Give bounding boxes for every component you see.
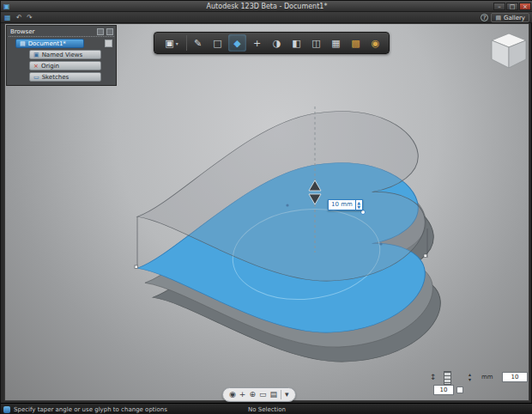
pan-icon[interactable]: + <box>239 388 246 401</box>
tree-item-document[interactable]: ▤ Document1* <box>15 39 84 48</box>
materials-tool-button[interactable]: ▩ <box>347 34 365 52</box>
taper-input[interactable]: 10 <box>433 385 454 395</box>
origin-icon: × <box>33 63 39 70</box>
value-stepper[interactable]: ▴ ▾ <box>469 372 471 382</box>
app-menu-icon[interactable]: ▦ <box>4 14 11 21</box>
browser-title: Browser <box>10 28 34 35</box>
undo-icon[interactable]: ↶ <box>16 14 22 21</box>
move-tool-button[interactable]: + <box>248 34 266 52</box>
spinner-down-icon[interactable]: ▼ <box>357 205 360 210</box>
combine-tool-button[interactable]: ◫ <box>307 34 325 52</box>
main-toolbar: ▣ ▾ ✎ □ ◆ + ◑ ◧ ◫ ▦ ▩ ◉ <box>154 32 390 54</box>
tree-row-named-views: ▣ Named Views <box>9 50 114 59</box>
named-views-label: Named Views <box>42 52 83 58</box>
primitives-icon: ▣ <box>165 38 173 49</box>
minimize-button[interactable]: – <box>493 3 505 10</box>
origin-label: Origin <box>41 63 59 70</box>
look-at-icon[interactable]: ▭ <box>259 388 267 401</box>
toolbar-separator <box>186 35 187 51</box>
sketch-tool-button[interactable]: ✎ <box>189 34 207 52</box>
sketches-icon: ▭ <box>33 74 39 81</box>
maximize-button[interactable]: □ <box>506 3 518 10</box>
title-bar: ▣ Autodesk 123D Beta - Document1* – □ × <box>1 1 532 12</box>
distance-input[interactable]: 10 <box>502 372 528 382</box>
fillet-tool-button[interactable]: ◧ <box>287 34 305 52</box>
sketches-label: Sketches <box>42 74 70 81</box>
tree-row-document: ▤ Document1* <box>9 39 114 48</box>
pattern-tool-button[interactable]: ▦ <box>327 34 345 52</box>
view-cube[interactable] <box>485 28 532 76</box>
tree-row-options-button[interactable] <box>105 40 112 47</box>
tree-row-sketches: ▭ Sketches <box>9 72 114 82</box>
help-icon[interactable]: ? <box>481 14 488 21</box>
zoom-icon[interactable]: ⊕ <box>249 388 256 401</box>
document-label: Document1* <box>28 40 66 47</box>
selection-status: No Selection <box>1 406 532 413</box>
tree-item-named-views[interactable]: ▣ Named Views <box>29 50 101 59</box>
gallery-icon: ▤ <box>495 15 501 21</box>
browser-panel: Browser ▤ Document1* ▣ Named Views × Ori… <box>6 25 117 86</box>
close-button[interactable]: × <box>519 3 531 10</box>
tree-item-sketches[interactable]: ▭ Sketches <box>29 72 101 82</box>
dimension-value[interactable]: 10 mm <box>329 200 355 210</box>
panel-dock-button[interactable] <box>97 28 104 35</box>
distance-ruler-icon[interactable] <box>444 371 451 385</box>
gallery-label: Gallery <box>504 15 525 21</box>
app-window: ▣ Autodesk 123D Beta - Document1* – □ × … <box>0 0 532 414</box>
dimension-spinner[interactable]: ▲ ▼ <box>355 200 362 210</box>
gallery-button[interactable]: ▤ Gallery <box>491 13 529 22</box>
vertex-marker[interactable] <box>135 265 138 269</box>
scene-tool-button[interactable]: ◉ <box>366 34 384 52</box>
stepper-down-icon[interactable]: ▾ <box>469 377 471 382</box>
revolve-tool-button[interactable]: ◑ <box>268 34 286 52</box>
extrude-tool-button[interactable]: ◆ <box>228 34 246 52</box>
chevron-down-icon: ▾ <box>176 40 178 46</box>
browser-header: Browser <box>9 27 114 37</box>
orbit-icon[interactable]: ◉ <box>229 388 236 401</box>
window-title: Autodesk 123D Beta - Document1* <box>1 3 532 10</box>
dimension-input[interactable]: 10 mm ▲ ▼ <box>328 199 363 210</box>
tree-item-origin[interactable]: × Origin <box>29 61 101 70</box>
tree-row-origin: × Origin <box>9 61 114 70</box>
unit-label: mm <box>481 374 493 381</box>
primitives-menu-button[interactable]: ▣ ▾ <box>159 34 184 52</box>
taper-slider-icon[interactable]: ↕ <box>430 373 437 381</box>
dimension-drag-handle[interactable] <box>361 210 366 215</box>
vertex-marker[interactable] <box>424 254 427 258</box>
document-icon: ▤ <box>20 40 26 47</box>
navbar-separator <box>281 390 281 399</box>
status-bar: Specify taper angle or use glyph to chan… <box>1 403 532 414</box>
navigation-bar: ◉ + ⊕ ▭ ▤ ▾ <box>222 387 296 402</box>
menu-bar: ▦ ↶ ↷ ? ▤ Gallery <box>1 12 532 23</box>
more-options-icon[interactable]: ▾ <box>285 388 289 401</box>
flip-checkbox[interactable] <box>456 387 463 393</box>
view-settings-icon[interactable]: ▤ <box>269 388 277 401</box>
box-tool-button[interactable]: □ <box>209 34 227 52</box>
panel-close-button[interactable] <box>106 28 113 35</box>
named-views-icon: ▣ <box>33 52 39 58</box>
redo-icon[interactable]: ↷ <box>27 14 33 21</box>
